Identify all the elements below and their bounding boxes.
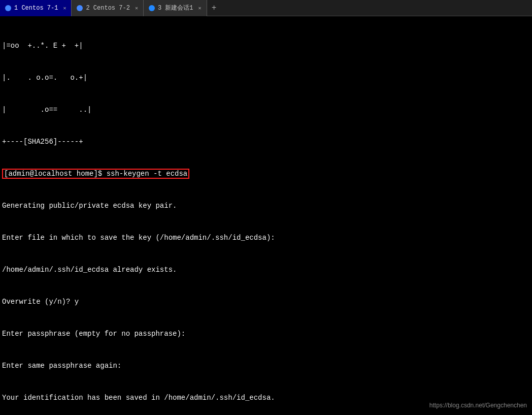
- command-text: ssh-keygen -t ecdsa: [107, 170, 188, 178]
- terminal-line-gen: Generating public/private ecdsa key pair…: [2, 201, 530, 211]
- tab-close-3[interactable]: ✕: [198, 5, 202, 11]
- tab-add-button[interactable]: +: [207, 0, 221, 16]
- terminal-line-enter: Enter file in which to save the key (/ho…: [2, 233, 530, 243]
- tab-label-3: 3 新建会话1: [158, 4, 193, 12]
- tab-label-2: 2 Centos 7-2: [86, 5, 129, 12]
- command-highlight-box: [admin@localhost home]$ ssh-keygen -t ec…: [2, 169, 189, 179]
- tab-close-1[interactable]: ✕: [63, 5, 66, 11]
- terminal-area: |=oo +..*. E + +| |. . o.o=. o.+| | .o==…: [0, 16, 532, 415]
- terminal-line-passphrase2: Enter same passphrase again:: [2, 361, 530, 371]
- tab-close-2[interactable]: ✕: [135, 5, 138, 11]
- terminal-line-exists: /home/admin/.ssh/id_ecdsa already exists…: [2, 265, 530, 275]
- tab-icon-1: [5, 5, 11, 11]
- terminal-line-1: |=oo +..*. E + +|: [2, 41, 530, 51]
- tab-bar: 1 Centos 7-1 ✕ 2 Centos 7-2 ✕ 3 新建会话1 ✕ …: [0, 0, 532, 16]
- tab-centos-1[interactable]: 1 Centos 7-1 ✕: [0, 0, 72, 16]
- watermark: https://blog.csdn.net/Gengchenchen: [429, 401, 527, 410]
- terminal-line-2: |. . o.o=. o.+|: [2, 73, 530, 83]
- tab-icon-2: [77, 5, 83, 11]
- tab-add-icon: +: [212, 4, 217, 13]
- tab-centos-2[interactable]: 2 Centos 7-2 ✕: [72, 0, 143, 16]
- terminal-command-line: [admin@localhost home]$ ssh-keygen -t ec…: [2, 169, 530, 179]
- tab-session-3[interactable]: 3 新建会话1 ✕: [144, 0, 207, 16]
- terminal-line-passphrase1: Enter passphrase (empty for no passphras…: [2, 329, 530, 339]
- terminal-line-4: +----[SHA256]-----+: [2, 137, 530, 147]
- tab-icon-3: [149, 5, 155, 11]
- terminal-line-3: | .o== ..|: [2, 105, 530, 115]
- tab-label-1: 1 Centos 7-1: [14, 5, 58, 12]
- terminal-line-overwrite: Overwrite (y/n)? y: [2, 297, 530, 307]
